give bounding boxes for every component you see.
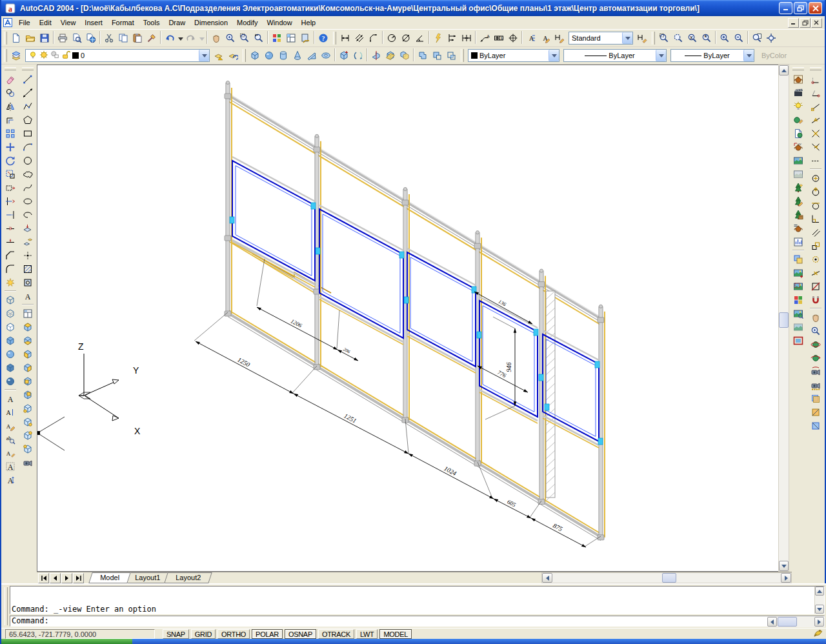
toggle-model[interactable]: MODEL xyxy=(379,629,412,639)
trim-button[interactable] xyxy=(3,194,17,208)
image-attach-button[interactable] xyxy=(791,266,805,279)
break-button[interactable] xyxy=(3,221,17,235)
move-button[interactable] xyxy=(3,140,17,154)
toolbar-grip[interactable] xyxy=(333,32,336,45)
rectangle-button[interactable] xyxy=(21,126,35,140)
scroll-up-button[interactable] xyxy=(815,587,824,596)
lights-button[interactable] xyxy=(791,99,805,113)
redo-drop-button[interactable] xyxy=(198,31,205,45)
dim-edit-button[interactable]: A xyxy=(524,31,538,45)
menu-insert[interactable]: Insert xyxy=(80,17,107,28)
command-scrollbar[interactable] xyxy=(814,587,824,614)
snap-midpoint-button[interactable] xyxy=(809,113,823,126)
3d-zoom-button[interactable] xyxy=(809,324,823,337)
view-back-button[interactable] xyxy=(21,388,35,401)
osnap-settings-button[interactable] xyxy=(809,293,823,307)
rotate-button[interactable] xyxy=(3,154,17,167)
stretch-button[interactable] xyxy=(3,181,17,194)
zoom-out-button[interactable] xyxy=(732,31,746,45)
dim-continue-button[interactable] xyxy=(459,31,474,45)
toolbar-grip[interactable] xyxy=(243,49,246,62)
horizontal-scroll-thumb[interactable] xyxy=(662,573,676,583)
copy-object-button[interactable] xyxy=(3,86,17,99)
3d-continuous-orbit-button[interactable] xyxy=(809,351,823,365)
cone-button[interactable] xyxy=(290,48,305,63)
polyline-button[interactable] xyxy=(21,99,35,113)
match-properties-button[interactable] xyxy=(145,31,159,45)
dim-linear-button[interactable] xyxy=(338,31,352,45)
toolbar-grip[interactable] xyxy=(5,67,16,70)
image-quality-button[interactable] xyxy=(791,307,805,320)
toolbar-grip[interactable] xyxy=(792,67,804,70)
camera-button[interactable] xyxy=(21,456,35,469)
toolbar-grip[interactable] xyxy=(461,49,464,62)
sphere-button[interactable] xyxy=(262,48,276,63)
3d-swivel-button[interactable] xyxy=(809,365,823,378)
scroll-left-button[interactable] xyxy=(542,573,552,583)
view-nw-iso-button[interactable] xyxy=(21,442,35,456)
torus-button[interactable] xyxy=(319,48,333,63)
scroll-down-button[interactable] xyxy=(815,605,824,614)
menu-tools[interactable]: Tools xyxy=(139,17,165,28)
dim-text-edit-button[interactable]: A xyxy=(538,31,552,45)
menu-file[interactable]: File xyxy=(14,17,35,28)
copy-clip-button[interactable] xyxy=(116,31,130,45)
single-line-text-button[interactable]: A xyxy=(3,405,17,419)
menu-edit[interactable]: Edit xyxy=(35,17,56,28)
restore-button[interactable] xyxy=(794,2,807,14)
cylinder-button[interactable] xyxy=(276,48,290,63)
tolerance-button[interactable]: 1 xyxy=(492,31,506,45)
multiline-text-button[interactable]: A xyxy=(3,392,17,405)
landscape-library-button[interactable] xyxy=(791,208,805,221)
render-button[interactable] xyxy=(791,72,805,86)
snap-endpoint-button[interactable] xyxy=(809,99,823,113)
insert-block-button[interactable] xyxy=(21,221,35,235)
materials-library-button[interactable] xyxy=(791,126,805,140)
construction-line-button[interactable] xyxy=(21,86,35,99)
fillet-button[interactable] xyxy=(3,262,17,276)
dim-radius-button[interactable] xyxy=(385,31,399,45)
find-replace-button[interactable]: ab xyxy=(3,432,17,446)
zoom-realtime-button[interactable] xyxy=(223,31,237,45)
break-at-point-button[interactable] xyxy=(3,235,17,248)
zoom-window-button[interactable] xyxy=(657,31,671,45)
zoom-in-button[interactable] xyxy=(718,31,732,45)
snap-extension-button[interactable] xyxy=(809,154,823,167)
snap-none-button[interactable] xyxy=(809,279,823,293)
scroll-down-button[interactable] xyxy=(779,561,789,571)
make-block-button[interactable] xyxy=(21,235,35,248)
snap-apparent-intersection-button[interactable] xyxy=(809,140,823,154)
image-frame-button[interactable] xyxy=(791,334,805,347)
minimize-button[interactable] xyxy=(779,2,792,14)
drawing-canvas[interactable]: 1250125110246058751206206776136946 Z Y X xyxy=(37,65,781,572)
scroll-right-button[interactable] xyxy=(814,617,824,627)
toggle-snap[interactable]: SNAP xyxy=(163,629,189,639)
view-ne-iso-button[interactable] xyxy=(21,428,35,442)
horizontal-scrollbar[interactable] xyxy=(541,572,792,583)
scroll-right-button[interactable] xyxy=(781,573,791,583)
layer-lock-icon[interactable] xyxy=(61,50,70,61)
toggle-lwt[interactable]: LWT xyxy=(356,629,378,639)
temporary-track-button[interactable] xyxy=(809,72,823,86)
render-preferences-button[interactable] xyxy=(791,221,805,235)
toolbar-grip[interactable] xyxy=(652,32,655,45)
center-mark-button[interactable] xyxy=(506,31,520,45)
shade-gouraud-edges-button[interactable] xyxy=(3,374,17,388)
dim-diameter-button[interactable] xyxy=(399,31,413,45)
plot-preview-button[interactable] xyxy=(70,31,84,45)
zoom-extents-button[interactable] xyxy=(764,31,778,45)
vertical-scroll-thumb[interactable] xyxy=(779,312,789,328)
shade-flat-button[interactable] xyxy=(3,334,17,347)
command-input[interactable]: Command: xyxy=(10,616,825,627)
toggle-otrack[interactable]: OTRACK xyxy=(318,629,354,639)
combo-arrow-icon[interactable] xyxy=(199,50,209,61)
offset-button[interactable] xyxy=(3,113,17,126)
publish-button[interactable] xyxy=(84,31,98,45)
toolbar-grip[interactable] xyxy=(4,49,7,62)
explode-button[interactable] xyxy=(3,276,17,289)
paste-button[interactable] xyxy=(130,31,145,45)
menu-format[interactable]: Format xyxy=(107,17,139,28)
3d-orbit-button[interactable] xyxy=(809,337,823,351)
view-se-iso-button[interactable] xyxy=(21,415,35,428)
snap-from-button[interactable] xyxy=(809,86,823,99)
